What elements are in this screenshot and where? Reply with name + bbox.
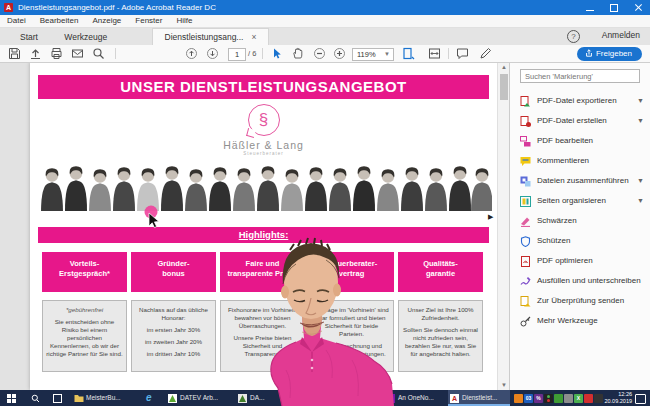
company-name: Häßler & Lang [30,139,497,151]
tray-icon-status[interactable] [544,394,553,403]
acrobat-task-icon: A [450,394,459,403]
column-qualitaetsgarantie: Qualitäts-garantie Unser Ziel ist Ihre 1… [398,252,483,292]
minimize-button[interactable] [578,0,602,15]
scrollbar-thumb[interactable] [500,74,508,100]
comment-tool-icon [520,156,531,167]
tab-werkzeuge[interactable]: Werkzeuge [52,29,119,46]
fit-width-icon[interactable] [428,47,441,60]
tool-optimize-pdf[interactable]: PDF optimieren [520,252,644,272]
team-photo [40,163,492,211]
close-button[interactable] [626,0,650,15]
select-tool-icon[interactable] [270,47,283,60]
edit-pdf-icon [520,136,531,147]
tool-comment[interactable]: Kommentieren [520,152,644,172]
tools-search-input[interactable] [520,69,640,83]
search-zoom-icon[interactable] [92,47,105,60]
windows-logo-icon [7,394,16,403]
tab-close-icon[interactable]: × [251,32,256,42]
tray-icon-calendar[interactable]: 03 [524,394,533,403]
company-logo: § Häßler & Lang Steuerberater [30,104,497,156]
save-icon[interactable] [8,47,21,60]
column-gruenderbonus: Gründer-bonus Nachlass auf das übliche H… [131,252,216,292]
chevron-down-icon: ▼ [384,49,390,60]
chevron-down-icon: ▼ [637,117,644,124]
tool-fill-sign[interactable]: Ausfüllen und unterschreiben [520,272,644,292]
tray-icon-5[interactable] [554,394,563,403]
chevron-down-icon: ▼ [637,177,644,184]
previous-page-icon[interactable] [185,47,198,60]
pdf-title-banner: UNSER DIENSTLEISTUNGSANGEBOT [38,75,489,99]
maximize-button[interactable] [602,0,626,15]
presenter-webcam-cutout [256,220,408,406]
tab-start[interactable]: Start [8,29,50,46]
next-page-icon[interactable] [206,47,219,60]
title-bar: A Dienstleistungsangebot.pdf - Adobe Acr… [0,0,650,15]
comment-icon[interactable] [456,47,469,60]
tray-icon-6[interactable] [564,394,573,403]
tab-document[interactable]: Dienstleistungsang...× [152,28,270,45]
paragraph-logo-icon: § [248,104,280,136]
taskbar-item-acrobat-active[interactable]: A Dienstleist... [448,390,510,406]
datev2-icon [238,394,247,403]
menu-anzeige[interactable]: Anzeige [85,15,128,27]
page-number-input[interactable]: 1 [228,48,246,61]
sign-in-link[interactable]: Anmelden [602,30,640,40]
tray-icon-percent[interactable]: % [534,394,543,403]
taskbar-item-folder[interactable]: MeisterBu... [72,390,138,406]
redact-icon [520,216,531,227]
taskbar-item-internet-explorer[interactable]: e [142,390,162,406]
taskbar-item-datev[interactable]: DATEV Arb... [166,390,232,406]
menu-hilfe[interactable]: Hilfe [169,15,199,27]
zoom-out-icon[interactable] [313,47,326,60]
share-icon [585,49,593,57]
zoom-in-icon[interactable] [333,47,346,60]
shield-icon [520,236,531,247]
tool-protect[interactable]: Schützen [520,232,644,252]
tray-icon-1[interactable] [514,394,523,403]
taskbar-clock[interactable]: 12:26 20.09.2019 [604,391,632,405]
sidebar-collapse-handle[interactable]: ▶ [488,210,496,224]
tool-export-pdf[interactable]: PDF-Datei exportieren▼ [520,92,644,112]
task-view-icon[interactable] [48,390,68,406]
tool-organize-pages[interactable]: Seiten organisieren▼ [520,192,644,212]
tool-more-tools[interactable]: Mehr Werkzeuge [520,312,644,332]
company-subtitle: Steuerberater [30,151,497,156]
folder-icon [74,394,84,403]
more-tools-icon [520,316,531,327]
zoom-level-select[interactable]: 119%▼ [352,48,394,61]
acrobat-app-icon: A [4,3,13,12]
menu-bearbeiten[interactable]: Bearbeiten [33,15,86,27]
tool-create-pdf[interactable]: PDF-Datei erstellen▼ [520,112,644,132]
action-center-icon[interactable] [635,394,646,404]
tray-icon-8[interactable] [584,394,593,403]
fill-sign-icon [520,276,531,287]
chevron-down-icon: ▼ [637,197,644,204]
menu-datei[interactable]: Datei [0,15,33,27]
tool-edit-pdf[interactable]: PDF bearbeiten [520,132,644,152]
fit-page-icon[interactable] [402,47,415,60]
tray-icon-x[interactable]: X [574,394,583,403]
page-total: / 6 [248,48,256,59]
chevron-down-icon: ▼ [637,97,644,104]
tray-icon-9[interactable] [594,394,603,403]
column-vorteils-erstgespraech: Vorteils-Erstgespräch* *gebührenfreiSie … [42,252,127,292]
datev-icon [168,394,177,403]
organize-pages-icon [520,196,531,207]
tool-redact[interactable]: Schwärzen [520,212,644,232]
menu-fenster[interactable]: Fenster [128,15,169,27]
start-button[interactable] [0,390,24,406]
screen: A Dienstleistungsangebot.pdf - Adobe Acr… [0,0,650,406]
upload-cloud-icon[interactable] [29,47,42,60]
email-icon[interactable] [71,47,84,60]
help-icon[interactable]: ? [567,30,580,43]
taskbar-search-icon[interactable] [26,390,46,406]
tool-send-for-review[interactable]: Zur Überprüfung senden [520,292,644,312]
export-pdf-icon [520,96,531,107]
pen-icon[interactable] [479,47,492,60]
hand-tool-icon[interactable] [291,47,304,60]
tool-combine-files[interactable]: Dateien zusammenführen▼ [520,172,644,192]
share-button[interactable]: Freigeben [577,47,642,61]
print-icon[interactable] [50,47,63,60]
tools-panel: PDF-Datei exportieren▼ PDF-Datei erstell… [509,62,650,390]
send-review-icon [520,296,531,307]
